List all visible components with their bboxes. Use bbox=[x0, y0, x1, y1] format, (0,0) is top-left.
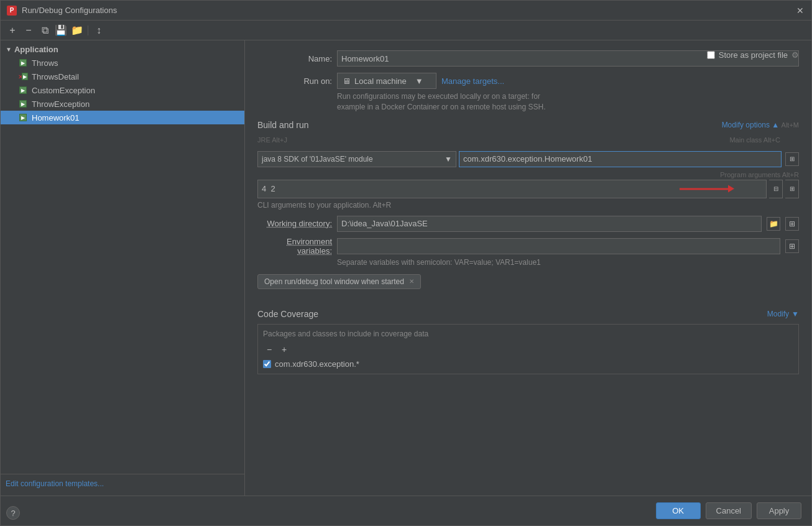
modify-coverage-link[interactable]: Modify ▼ bbox=[767, 310, 799, 318]
sdk-main-class-row: java 8 SDK of '01JavaSE' module ▼ ⊞ bbox=[257, 151, 799, 167]
toolbar-divider bbox=[88, 25, 88, 35]
window-controls: ✕ bbox=[795, 6, 805, 16]
throwexception-icon: ▶ bbox=[18, 99, 28, 109]
prog-args-hint-row: Program arguments Alt+R bbox=[257, 171, 799, 178]
help-button[interactable]: ? bbox=[6, 506, 20, 520]
sidebar-item-label: Homework01 bbox=[32, 113, 80, 122]
sidebar-group-header[interactable]: ▼ Application bbox=[1, 43, 244, 56]
green-square-icon3: ▶ bbox=[19, 86, 27, 94]
toolbar: + − ⧉ 💾 📁 ↕ bbox=[1, 21, 811, 40]
add-package-button[interactable]: + bbox=[278, 343, 290, 356]
open-run-debug-button[interactable]: Open run/debug tool window when started … bbox=[257, 274, 421, 289]
packages-toolbar: − + bbox=[263, 343, 793, 356]
green-square-icon4: ▶ bbox=[19, 100, 27, 108]
app-icon: P bbox=[7, 6, 17, 16]
config-panel: Store as project file ⚙ Name: Run on: 🖥 … bbox=[245, 40, 811, 496]
sidebar-item-throws[interactable]: ▶ Throws bbox=[1, 56, 244, 70]
main-class-input[interactable] bbox=[459, 151, 782, 167]
sidebar-item-label: ThrowException bbox=[32, 99, 90, 109]
remove-config-button[interactable]: − bbox=[22, 24, 35, 37]
homework01-icon: ▶ bbox=[18, 113, 28, 122]
name-label: Name: bbox=[257, 54, 332, 63]
apply-button[interactable]: Apply bbox=[757, 502, 801, 519]
run-on-dropdown[interactable]: 🖥 Local machine ▼ bbox=[337, 73, 436, 89]
bottom-bar: OK Cancel Apply bbox=[1, 496, 811, 525]
green-square-icon5: ▶ bbox=[19, 114, 27, 121]
packages-box: Packages and classes to include in cover… bbox=[257, 324, 799, 374]
save-config-button[interactable]: 💾 bbox=[54, 24, 68, 37]
sidebar-item-label: ThrowsDetail bbox=[32, 72, 79, 81]
gear-icon[interactable]: ⚙ bbox=[791, 50, 799, 60]
sidebar-item-label: CustomException bbox=[32, 86, 95, 95]
chevron-down-icon: ▼ bbox=[415, 76, 423, 86]
red-arrow-indicator bbox=[680, 188, 729, 190]
manage-targets-link[interactable]: Manage targets... bbox=[441, 76, 504, 86]
modify-options-link[interactable]: Modify options ▲ Alt+M bbox=[722, 121, 799, 129]
expand-args-button[interactable]: ⊞ bbox=[785, 180, 799, 198]
build-run-title: Build and run bbox=[257, 120, 309, 130]
cancel-button[interactable]: Cancel bbox=[706, 502, 752, 519]
copy-args-button[interactable]: ⊟ bbox=[769, 180, 783, 198]
sidebar-item-throwexception[interactable]: ▶ ThrowException bbox=[1, 97, 244, 111]
chevron-down-icon: ▼ bbox=[791, 310, 799, 318]
sidebar-item-label: Throws bbox=[32, 58, 58, 68]
store-project-checkbox[interactable] bbox=[707, 51, 715, 59]
expand-main-class-button[interactable]: ⊞ bbox=[785, 152, 799, 166]
build-run-section-header: Build and run Modify options ▲ Alt+M bbox=[257, 120, 799, 130]
title-bar: P Run/Debug Configurations ✕ bbox=[1, 1, 811, 21]
expand-env-button[interactable]: ⊞ bbox=[785, 239, 799, 253]
expand-working-dir-button[interactable]: ⊞ bbox=[785, 217, 799, 231]
sidebar-group-application: ▼ Application ▶ Throws ✕ ▶ bbox=[1, 43, 244, 124]
remove-package-button[interactable]: − bbox=[263, 343, 275, 356]
jre-hint: JRE Alt+J bbox=[257, 136, 287, 147]
open-run-debug-tag: Open run/debug tool window when started … bbox=[257, 274, 799, 299]
add-config-button[interactable]: + bbox=[6, 24, 19, 37]
run-on-description: Run configurations may be executed local… bbox=[337, 91, 799, 113]
sdk-dropdown[interactable]: java 8 SDK of '01JavaSE' module ▼ bbox=[257, 151, 456, 167]
sidebar-group-label: Application bbox=[14, 45, 58, 54]
chevron-down-icon: ▼ bbox=[445, 155, 452, 164]
package-item: com.xdr630.exception.* bbox=[263, 359, 793, 369]
sidebar-item-customexception[interactable]: ▶ CustomException bbox=[1, 83, 244, 97]
main-class-hint: Main class Alt+C bbox=[729, 136, 780, 147]
sidebar-full: ▼ Application ▶ Throws ✕ ▶ bbox=[1, 43, 244, 493]
window-title: Run/Debug Configurations bbox=[22, 6, 795, 15]
code-coverage-title: Code Coverage bbox=[257, 309, 318, 319]
green-square-icon2: ▶ bbox=[22, 73, 28, 80]
package-checkbox[interactable] bbox=[263, 360, 271, 368]
env-vars-row: Environment variables: ⊞ bbox=[257, 237, 799, 256]
package-name: com.xdr630.exception.* bbox=[275, 359, 359, 369]
args-container bbox=[257, 180, 767, 198]
working-dir-input[interactable] bbox=[337, 216, 762, 232]
customexception-icon: ▶ bbox=[18, 85, 28, 95]
help-area: ? bbox=[6, 506, 20, 520]
hint-row: JRE Alt+J Main class Alt+C bbox=[257, 136, 799, 147]
cli-hint: CLI arguments to your application. Alt+R bbox=[257, 201, 799, 210]
chevron-down-icon: ▼ bbox=[6, 46, 12, 53]
working-dir-label: Working directory: bbox=[257, 219, 332, 228]
close-button[interactable]: ✕ bbox=[795, 6, 805, 16]
sdk-value: java 8 SDK of '01JavaSE' module bbox=[262, 155, 373, 164]
chevron-up-icon: ▲ bbox=[772, 121, 781, 129]
sidebar-spacer bbox=[1, 124, 244, 474]
sort-button[interactable]: ↕ bbox=[92, 24, 106, 37]
folder-button[interactable]: 📁 bbox=[70, 24, 84, 37]
open-run-label: Open run/debug tool window when started bbox=[264, 277, 404, 286]
code-coverage-section: Code Coverage Modify ▼ Packages and clas… bbox=[257, 309, 799, 374]
store-project-file-area: Store as project file ⚙ bbox=[707, 50, 799, 60]
ok-button[interactable]: OK bbox=[656, 502, 701, 519]
browse-working-dir-button[interactable]: 📁 bbox=[767, 217, 780, 231]
sidebar-item-homework01[interactable]: ▶ Homework01 bbox=[1, 111, 244, 124]
sidebar: ▼ Application ▶ Throws ✕ ▶ bbox=[1, 40, 245, 496]
computer-icon: 🖥 bbox=[343, 76, 351, 86]
run-on-row: Run on: 🖥 Local machine ▼ Manage targets… bbox=[257, 73, 799, 89]
working-dir-row: Working directory: 📁 ⊞ bbox=[257, 216, 799, 232]
green-square-icon: ▶ bbox=[19, 59, 27, 67]
sidebar-item-throwsdetail[interactable]: ✕ ▶ ThrowsDetail bbox=[1, 70, 244, 83]
throws-icon: ▶ bbox=[18, 58, 28, 68]
code-coverage-header: Code Coverage Modify ▼ bbox=[257, 309, 799, 319]
env-vars-input[interactable] bbox=[337, 238, 780, 254]
close-tag-button[interactable]: ✕ bbox=[409, 278, 414, 285]
edit-templates-link[interactable]: Edit configuration templates... bbox=[1, 474, 244, 493]
copy-config-button[interactable]: ⧉ bbox=[38, 24, 52, 37]
